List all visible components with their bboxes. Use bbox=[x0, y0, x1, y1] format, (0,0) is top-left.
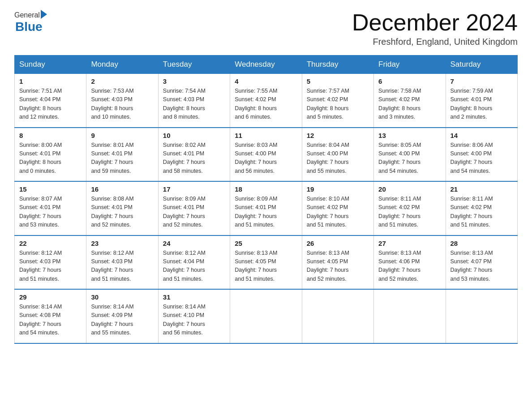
day-number: 10 bbox=[163, 132, 225, 139]
day-number: 11 bbox=[235, 132, 297, 139]
day-info: Sunrise: 8:11 AM Sunset: 4:02 PM Dayligh… bbox=[378, 195, 441, 230]
day-info: Sunrise: 8:08 AM Sunset: 4:01 PM Dayligh… bbox=[91, 195, 153, 230]
table-row: 17Sunrise: 8:09 AM Sunset: 4:01 PM Dayli… bbox=[158, 181, 230, 235]
logo-blue-text: Blue bbox=[15, 20, 43, 34]
table-row: 22Sunrise: 8:12 AM Sunset: 4:03 PM Dayli… bbox=[15, 235, 86, 290]
table-row: 10Sunrise: 8:02 AM Sunset: 4:01 PM Dayli… bbox=[158, 128, 230, 182]
day-info: Sunrise: 8:12 AM Sunset: 4:03 PM Dayligh… bbox=[19, 249, 82, 284]
header-day-wednesday: Wednesday bbox=[230, 56, 302, 74]
week-row-3: 15Sunrise: 8:07 AM Sunset: 4:01 PM Dayli… bbox=[15, 181, 518, 235]
table-row: 21Sunrise: 8:11 AM Sunset: 4:02 PM Dayli… bbox=[446, 181, 517, 235]
logo-line1: General bbox=[14, 11, 47, 20]
calendar-table: SundayMondayTuesdayWednesdayThursdayFrid… bbox=[14, 55, 518, 344]
day-info: Sunrise: 8:09 AM Sunset: 4:01 PM Dayligh… bbox=[163, 195, 225, 230]
calendar-header: SundayMondayTuesdayWednesdayThursdayFrid… bbox=[15, 56, 518, 74]
week-row-5: 29Sunrise: 8:14 AM Sunset: 4:08 PM Dayli… bbox=[15, 289, 518, 343]
calendar-body: 1Sunrise: 7:51 AM Sunset: 4:04 PM Daylig… bbox=[15, 74, 518, 343]
day-info: Sunrise: 7:54 AM Sunset: 4:03 PM Dayligh… bbox=[163, 87, 225, 122]
day-info: Sunrise: 8:06 AM Sunset: 4:00 PM Dayligh… bbox=[450, 141, 513, 176]
day-number: 6 bbox=[378, 77, 441, 85]
header-day-friday: Friday bbox=[374, 56, 446, 74]
day-number: 16 bbox=[91, 185, 153, 193]
day-number: 2 bbox=[91, 77, 153, 85]
logo-general-text: General bbox=[14, 11, 40, 19]
day-info: Sunrise: 7:58 AM Sunset: 4:02 PM Dayligh… bbox=[378, 87, 441, 122]
header-day-monday: Monday bbox=[86, 56, 158, 74]
day-number: 1 bbox=[19, 77, 82, 85]
table-row: 12Sunrise: 8:04 AM Sunset: 4:00 PM Dayli… bbox=[302, 128, 373, 182]
day-number: 18 bbox=[235, 185, 297, 193]
table-row: 2Sunrise: 7:53 AM Sunset: 4:03 PM Daylig… bbox=[86, 74, 158, 128]
table-row: 26Sunrise: 8:13 AM Sunset: 4:05 PM Dayli… bbox=[302, 235, 373, 290]
table-row: 7Sunrise: 7:59 AM Sunset: 4:01 PM Daylig… bbox=[446, 74, 517, 128]
logo: General Blue bbox=[14, 11, 47, 34]
day-number: 9 bbox=[91, 132, 153, 139]
day-number: 3 bbox=[163, 77, 225, 85]
day-info: Sunrise: 7:57 AM Sunset: 4:02 PM Dayligh… bbox=[307, 87, 369, 122]
table-row: 8Sunrise: 8:00 AM Sunset: 4:01 PM Daylig… bbox=[15, 128, 86, 182]
table-row: 23Sunrise: 8:12 AM Sunset: 4:03 PM Dayli… bbox=[86, 235, 158, 290]
day-info: Sunrise: 8:05 AM Sunset: 4:00 PM Dayligh… bbox=[378, 141, 441, 176]
table-row: 15Sunrise: 8:07 AM Sunset: 4:01 PM Dayli… bbox=[15, 181, 86, 235]
day-number: 13 bbox=[378, 132, 441, 139]
table-row: 29Sunrise: 8:14 AM Sunset: 4:08 PM Dayli… bbox=[15, 289, 86, 343]
week-row-1: 1Sunrise: 7:51 AM Sunset: 4:04 PM Daylig… bbox=[15, 74, 518, 128]
table-row bbox=[374, 289, 446, 343]
day-info: Sunrise: 8:00 AM Sunset: 4:01 PM Dayligh… bbox=[19, 141, 82, 176]
header-day-sunday: Sunday bbox=[15, 56, 86, 74]
table-row: 14Sunrise: 8:06 AM Sunset: 4:00 PM Dayli… bbox=[446, 128, 517, 182]
day-number: 25 bbox=[235, 240, 297, 247]
day-number: 30 bbox=[91, 293, 153, 301]
table-row: 28Sunrise: 8:13 AM Sunset: 4:07 PM Dayli… bbox=[446, 235, 517, 290]
table-row: 18Sunrise: 8:09 AM Sunset: 4:01 PM Dayli… bbox=[230, 181, 302, 235]
day-info: Sunrise: 8:02 AM Sunset: 4:01 PM Dayligh… bbox=[163, 141, 225, 176]
table-row bbox=[446, 289, 517, 343]
day-number: 5 bbox=[307, 77, 369, 85]
day-info: Sunrise: 8:14 AM Sunset: 4:08 PM Dayligh… bbox=[19, 303, 82, 338]
day-number: 19 bbox=[307, 185, 369, 193]
header-day-thursday: Thursday bbox=[302, 56, 373, 74]
table-row: 1Sunrise: 7:51 AM Sunset: 4:04 PM Daylig… bbox=[15, 74, 86, 128]
location: Freshford, England, United Kingdom bbox=[352, 37, 518, 47]
day-number: 24 bbox=[163, 240, 225, 247]
table-row: 13Sunrise: 8:05 AM Sunset: 4:00 PM Dayli… bbox=[374, 128, 446, 182]
day-info: Sunrise: 8:12 AM Sunset: 4:03 PM Dayligh… bbox=[91, 249, 153, 284]
day-number: 7 bbox=[450, 77, 513, 85]
day-number: 22 bbox=[19, 240, 82, 247]
day-number: 28 bbox=[450, 240, 513, 247]
day-info: Sunrise: 7:53 AM Sunset: 4:03 PM Dayligh… bbox=[91, 87, 153, 122]
day-number: 23 bbox=[91, 240, 153, 247]
table-row: 30Sunrise: 8:14 AM Sunset: 4:09 PM Dayli… bbox=[86, 289, 158, 343]
day-info: Sunrise: 8:03 AM Sunset: 4:00 PM Dayligh… bbox=[235, 141, 297, 176]
day-number: 20 bbox=[378, 185, 441, 193]
day-info: Sunrise: 8:07 AM Sunset: 4:01 PM Dayligh… bbox=[19, 195, 82, 230]
day-number: 27 bbox=[378, 240, 441, 247]
day-info: Sunrise: 8:14 AM Sunset: 4:10 PM Dayligh… bbox=[163, 303, 225, 338]
title-section: December 2024 Freshford, England, United… bbox=[352, 11, 518, 47]
day-info: Sunrise: 8:11 AM Sunset: 4:02 PM Dayligh… bbox=[450, 195, 513, 230]
day-info: Sunrise: 8:01 AM Sunset: 4:01 PM Dayligh… bbox=[91, 141, 153, 176]
day-info: Sunrise: 8:04 AM Sunset: 4:00 PM Dayligh… bbox=[307, 141, 369, 176]
day-number: 14 bbox=[450, 132, 513, 139]
day-number: 15 bbox=[19, 185, 82, 193]
table-row bbox=[302, 289, 373, 343]
table-row: 24Sunrise: 8:12 AM Sunset: 4:04 PM Dayli… bbox=[158, 235, 230, 290]
header-row: SundayMondayTuesdayWednesdayThursdayFrid… bbox=[15, 56, 518, 74]
week-row-4: 22Sunrise: 8:12 AM Sunset: 4:03 PM Dayli… bbox=[15, 235, 518, 290]
day-number: 29 bbox=[19, 293, 82, 301]
day-number: 31 bbox=[163, 293, 225, 301]
day-info: Sunrise: 8:13 AM Sunset: 4:06 PM Dayligh… bbox=[378, 249, 441, 284]
day-number: 21 bbox=[450, 185, 513, 193]
header: General Blue December 2024 Freshford, En… bbox=[14, 11, 518, 47]
table-row: 6Sunrise: 7:58 AM Sunset: 4:02 PM Daylig… bbox=[374, 74, 446, 128]
day-number: 8 bbox=[19, 132, 82, 139]
table-row: 9Sunrise: 8:01 AM Sunset: 4:01 PM Daylig… bbox=[86, 128, 158, 182]
day-info: Sunrise: 8:12 AM Sunset: 4:04 PM Dayligh… bbox=[163, 249, 225, 284]
header-day-saturday: Saturday bbox=[446, 56, 517, 74]
day-number: 26 bbox=[307, 240, 369, 247]
day-info: Sunrise: 8:13 AM Sunset: 4:07 PM Dayligh… bbox=[450, 249, 513, 284]
table-row: 3Sunrise: 7:54 AM Sunset: 4:03 PM Daylig… bbox=[158, 74, 230, 128]
day-info: Sunrise: 7:55 AM Sunset: 4:02 PM Dayligh… bbox=[235, 87, 297, 122]
day-info: Sunrise: 8:13 AM Sunset: 4:05 PM Dayligh… bbox=[307, 249, 369, 284]
week-row-2: 8Sunrise: 8:00 AM Sunset: 4:01 PM Daylig… bbox=[15, 128, 518, 182]
